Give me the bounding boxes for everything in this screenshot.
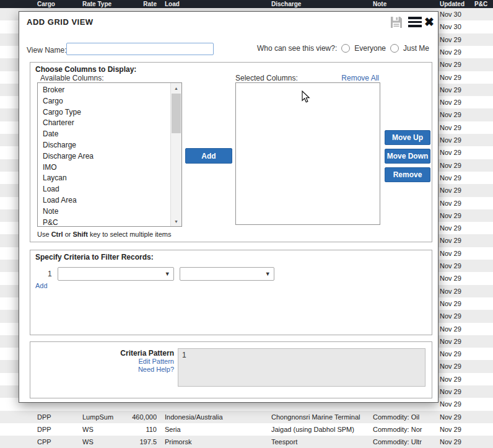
cell-load: Indonesia/Australia [165, 411, 267, 424]
cell-updated: Nov 29 [440, 360, 471, 373]
column-header-rate[interactable]: Rate [120, 0, 157, 8]
scrollbar-thumb[interactable] [172, 94, 181, 133]
available-column-item[interactable]: Charterer [38, 118, 171, 129]
cell-note: Commodity: Nor [373, 423, 436, 436]
close-icon[interactable]: ✖ [424, 14, 434, 30]
cell-updated: Nov 29 [440, 159, 471, 172]
save-icon[interactable] [389, 15, 404, 30]
cell-updated: Nov 29 [440, 348, 471, 361]
move-up-button[interactable]: Move Up [385, 130, 430, 145]
cell-discharge: Teesport [271, 436, 370, 448]
criteria-pattern-section: Criteria Pattern Edit Pattern Need Help?… [30, 341, 432, 398]
criteria-field-select[interactable]: ▼ [58, 267, 174, 281]
move-down-button[interactable]: Move Down [385, 149, 430, 164]
add-column-button[interactable]: Add [185, 148, 232, 164]
cell-updated: Nov 29 [440, 108, 471, 121]
add-grid-view-dialog: ADD GRID VIEW ✖ View Name: Who can see t… [19, 11, 438, 403]
list-scrollbar[interactable]: ▲ ▼ [170, 83, 181, 226]
choose-columns-section: Choose Columns to Display: Available Col… [30, 62, 432, 242]
available-column-item[interactable]: Cargo [38, 96, 171, 107]
column-header-discharge[interactable]: Discharge [271, 0, 370, 8]
scroll-down-icon[interactable]: ▼ [171, 216, 181, 226]
cell-load: Seria [165, 423, 267, 436]
available-column-item[interactable]: Discharge Area [38, 151, 171, 162]
cell-updated: Nov 29 [440, 197, 471, 210]
cell-updated: Nov 29 [440, 121, 471, 134]
cell-updated: Nov 29 [440, 172, 471, 185]
available-column-item[interactable]: Cargo Type [38, 107, 171, 118]
cell-discharge: Jaigad (using Dabhol SPM) [271, 423, 370, 436]
need-help-link[interactable]: Need Help? [30, 366, 174, 374]
available-column-item[interactable]: IMO [38, 162, 171, 173]
everyone-radio[interactable] [341, 44, 350, 53]
available-column-item[interactable]: P&C [38, 217, 171, 227]
cell-updated: Nov 29 [440, 335, 471, 348]
criteria-operator-select[interactable]: ▼ [180, 267, 274, 281]
everyone-label[interactable]: Everyone [354, 44, 386, 53]
pattern-labels: Criteria Pattern Edit Pattern Need Help? [30, 349, 174, 373]
cell-updated: Nov 29 [440, 385, 471, 398]
criteria-pattern-box[interactable]: 1 [178, 348, 425, 387]
table-row[interactable]: DPPLumpSum460,000Indonesia/AustraliaChon… [0, 411, 493, 424]
cell-updated: Nov 29 [440, 411, 471, 424]
multi-select-hint: Use Ctrl or Shift key to select multiple… [37, 231, 171, 238]
cell-updated: Nov 29 [440, 436, 471, 448]
remove-all-link[interactable]: Remove All [341, 74, 379, 82]
cell-updated: Nov 29 [440, 323, 471, 336]
column-header-updated[interactable]: Updated [440, 0, 471, 8]
available-column-item[interactable]: Date [38, 129, 171, 140]
column-header-load[interactable]: Load [165, 0, 267, 8]
cell-cargo: CPP [37, 436, 81, 448]
menu-icon[interactable] [408, 17, 422, 28]
column-header-note[interactable]: Note [373, 0, 436, 8]
available-column-item[interactable]: Laycan [38, 173, 171, 184]
cell-load: Primorsk [165, 436, 267, 448]
criteria-row: 1 ▼ ▼ [48, 267, 274, 281]
column-header-pc[interactable]: P&C [474, 0, 492, 8]
cell-updated: Nov 29 [440, 58, 471, 71]
cell-updated: Nov 29 [440, 146, 471, 159]
available-column-item[interactable]: Broker [38, 85, 171, 96]
chevron-down-icon: ▼ [265, 271, 271, 277]
cell-updated: Nov 29 [440, 71, 471, 84]
available-column-item[interactable]: Load [38, 184, 171, 195]
cell-updated: Nov 29 [440, 184, 471, 197]
mouse-cursor-icon [302, 90, 311, 106]
justme-radio[interactable] [390, 44, 399, 53]
table-row[interactable]: DPPWS110SeriaJaigad (using Dabhol SPM)Co… [0, 423, 493, 436]
cell-updated: Nov 29 [440, 260, 471, 273]
view-name-label: View Name: [27, 46, 66, 55]
view-name-input[interactable] [66, 43, 214, 55]
cell-updated: Nov 29 [440, 272, 471, 285]
cell-rate: 110 [120, 423, 157, 436]
scroll-up-icon[interactable]: ▲ [171, 83, 181, 93]
cell-updated: Nov 29 [440, 96, 471, 109]
choose-columns-title: Choose Columns to Display: [35, 65, 136, 74]
table-row[interactable]: CPPWS197.5PrimorskTeesportCommodity: Ult… [0, 436, 493, 448]
filter-criteria-section: Specify Criteria to Filter Records: 1 ▼ … [30, 250, 432, 335]
available-column-item[interactable]: Note [38, 206, 171, 217]
cell-note: Commodity: Oil [373, 411, 436, 424]
column-header-cargo[interactable]: Cargo [37, 0, 81, 8]
edit-pattern-link[interactable]: Edit Pattern [30, 358, 174, 366]
cell-rate: 460,000 [120, 411, 157, 424]
cell-updated: Nov 30 [440, 8, 471, 21]
available-columns-label: Available Columns: [40, 74, 104, 82]
remove-button[interactable]: Remove [385, 167, 430, 182]
cell-updated: Nov 29 [440, 423, 471, 436]
cell-updated: Nov 30 [440, 20, 471, 33]
add-criteria-link[interactable]: Add [35, 282, 48, 289]
justme-label[interactable]: Just Me [403, 44, 429, 53]
cell-updated: Nov 29 [440, 46, 471, 59]
visibility-question: Who can see this view?: [257, 44, 337, 53]
cell-updated: Nov 29 [440, 33, 471, 46]
cell-rate: 197.5 [120, 436, 157, 448]
selected-columns-label: Selected Columns: [235, 74, 298, 82]
available-column-item[interactable]: Load Area [38, 195, 171, 206]
cell-discharge: Chongnonsri Marine Terminal [271, 411, 370, 424]
cell-updated: Nov 29 [440, 373, 471, 386]
available-column-item[interactable]: Discharge [38, 140, 171, 151]
cell-updated: Nov 29 [440, 285, 471, 298]
dialog-title: ADD GRID VIEW [27, 17, 94, 27]
available-columns-list[interactable]: BrokerCargoCargo TypeChartererDateDischa… [37, 82, 182, 227]
